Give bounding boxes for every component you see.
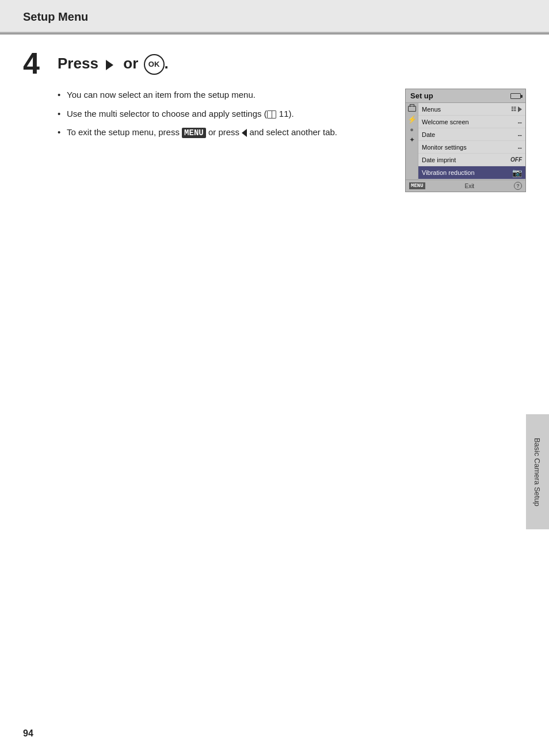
screen-row-date: Date -- (418, 128, 525, 141)
footer-menu-label: MENU (409, 182, 425, 189)
footer-help-icon: ? (514, 182, 522, 190)
screen-icon-area (510, 93, 521, 99)
press-label: Press (58, 55, 98, 72)
camera-screen: Set up ⚡ ● (405, 89, 526, 192)
step-instruction: Press or OK. (58, 54, 169, 75)
menus-arrow (518, 106, 522, 112)
screen-row-date-imprint: Date imprint OFF (418, 154, 525, 166)
row-value-welcome: -- (518, 119, 522, 125)
menu-text: MENU (182, 128, 206, 138)
tab-user-icon: ✦ (407, 135, 417, 144)
step-row: 4 Press or OK. (23, 52, 526, 78)
side-tab-label: Basic Camera Setup (533, 437, 542, 506)
header-title: Setup Menu (23, 10, 88, 23)
content-layout: You can now select an item from the setu… (23, 89, 526, 192)
bullet-item-3: To exit the setup menu, press MENU or pr… (58, 126, 388, 139)
screen-title: Set up (410, 91, 433, 100)
row-label-vibration: Vibration reduction (422, 169, 512, 176)
main-content: 4 Press or OK. You can now select an ite… (0, 33, 549, 192)
screen-content: Menus ☷ Welcome screen -- Date (418, 103, 525, 180)
bullet-text-2: Use the multi selector to choose and app… (67, 109, 294, 119)
screen-main: ⚡ ● ✦ Menus ☷ (406, 103, 525, 180)
bullet-item-2: Use the multi selector to choose and app… (58, 108, 388, 121)
or-label: or (123, 55, 138, 72)
tab-icons-sidebar: ⚡ ● ✦ (406, 103, 418, 180)
screen-row-vibration: Vibration reduction 📷 (418, 166, 525, 180)
bullet-section: You can now select an item from the setu… (58, 89, 388, 192)
arrow-left-icon (242, 129, 247, 137)
step-number: 4 (23, 48, 46, 78)
bullet-text-3: To exit the setup menu, press MENU or pr… (67, 127, 337, 137)
tab-settings-icon: ⚡ (407, 114, 417, 124)
row-value-menus: ☷ (511, 106, 516, 112)
screen-header: Set up (406, 89, 525, 103)
bullet-text-1: You can now select an item from the setu… (67, 90, 256, 100)
row-value-monitor: -- (518, 144, 522, 151)
page-header: Setup Menu (0, 0, 549, 32)
tab-extra-icon: ● (407, 125, 417, 134)
screen-row-monitor: Monitor settings -- (418, 141, 525, 154)
screen-footer: MENU Exit ? (406, 180, 525, 192)
row-label-menus: Menus (422, 106, 511, 113)
bullet-list: You can now select an item from the setu… (58, 89, 388, 139)
side-tab: Basic Camera Setup (526, 414, 549, 529)
menus-value-area: ☷ (511, 106, 522, 112)
row-value-vibration: 📷 (512, 168, 522, 177)
row-label-date-imprint: Date imprint (422, 156, 510, 163)
row-label-monitor: Monitor settings (422, 144, 518, 151)
row-value-date: -- (518, 131, 522, 138)
arrow-right-icon (106, 55, 119, 72)
page-number: 94 (23, 728, 33, 739)
book-icon (267, 110, 276, 119)
row-label-welcome: Welcome screen (422, 119, 518, 125)
screen-row-welcome: Welcome screen -- (418, 116, 525, 128)
footer-exit-label: Exit (464, 183, 474, 189)
tab-camera-icon (407, 104, 417, 113)
row-value-date-imprint: OFF (510, 156, 522, 163)
bullet-item-1: You can now select an item from the setu… (58, 89, 388, 102)
screen-row-menus: Menus ☷ (418, 103, 525, 116)
battery-icon (510, 93, 521, 99)
row-label-date: Date (422, 131, 518, 138)
ok-button-icon: OK (144, 54, 165, 75)
